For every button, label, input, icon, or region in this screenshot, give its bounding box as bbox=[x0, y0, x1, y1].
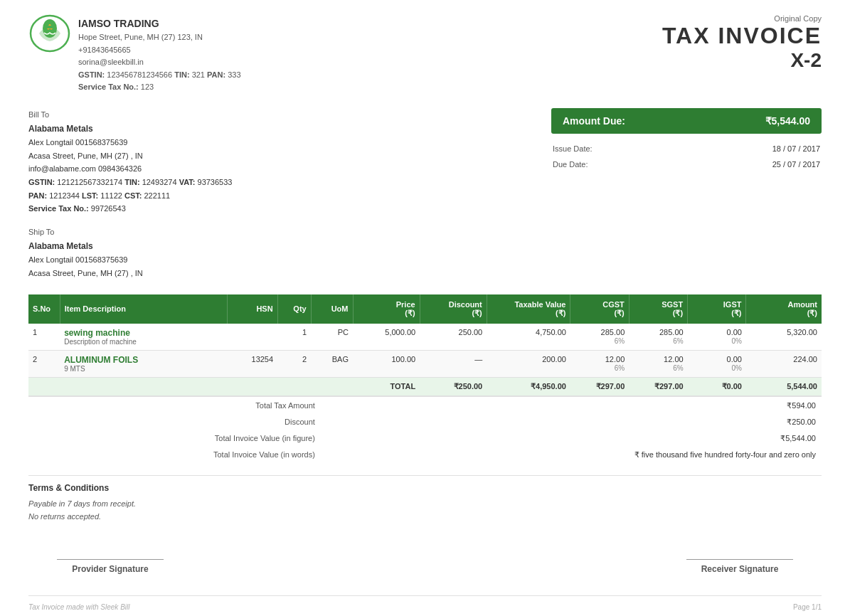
row2-qty: 2 bbox=[277, 350, 311, 377]
summary-words-row: Total Invoice Value (in words) ₹ five th… bbox=[30, 447, 820, 462]
row1-taxable: 4,750.00 bbox=[487, 324, 570, 351]
invoice-doc-type: TAX INVOICE bbox=[662, 23, 822, 49]
table-row: 1 sewing machine Description of machine … bbox=[28, 324, 822, 351]
summary-invoice-label: Total Invoice Value (in figure) bbox=[30, 431, 319, 446]
th-igst: IGST(₹) bbox=[688, 294, 746, 324]
table-body: 1 sewing machine Description of machine … bbox=[28, 324, 822, 396]
summary-words-value: ₹ five thousand five hundred forty-four … bbox=[321, 447, 820, 462]
row1-discount: 250.00 bbox=[420, 324, 487, 351]
terms-line2: No returns accepted. bbox=[28, 510, 822, 524]
terms-text: Payable in 7 days from receipt. No retur… bbox=[28, 497, 822, 524]
table-header: S.No Item Description HSN Qty UoM Price(… bbox=[28, 294, 822, 324]
row1-qty: 1 bbox=[277, 324, 311, 351]
th-sno: S.No bbox=[28, 294, 60, 324]
row2-uom: BAG bbox=[311, 350, 353, 377]
row2-sgst: 12.006% bbox=[629, 350, 687, 377]
summary-words-label: Total Invoice Value (in words) bbox=[30, 447, 319, 462]
row1-cgst: 285.006% bbox=[570, 324, 629, 351]
row2-price: 100.00 bbox=[353, 350, 420, 377]
summary-section: Total Tax Amount ₹594.00 Discount ₹250.0… bbox=[28, 396, 822, 464]
row1-item-name: sewing machine bbox=[64, 328, 223, 338]
invoice-number: X-2 bbox=[662, 49, 822, 72]
summary-tax-value: ₹594.00 bbox=[321, 398, 820, 413]
bill-to-pan: PAN: 1212344 LST: 11122 CST: 222111 bbox=[28, 189, 551, 203]
provider-signature-line bbox=[57, 559, 164, 560]
row2-amount: 224.00 bbox=[746, 350, 822, 377]
bill-to-section: Bill To Alabama Metals Alex Longtail 001… bbox=[28, 108, 551, 216]
issue-date-label: Issue Date: bbox=[553, 142, 709, 156]
total-empty2 bbox=[60, 377, 227, 395]
th-price: Price(₹) bbox=[353, 294, 420, 324]
row2-cgst: 12.006% bbox=[570, 350, 629, 377]
total-label: TOTAL bbox=[353, 377, 420, 395]
ship-to-label: Ship To bbox=[28, 225, 551, 239]
company-address: Hope Street, Pune, MH (27) 123, IN bbox=[78, 31, 241, 44]
th-amount: Amount(₹) bbox=[746, 294, 822, 324]
summary-table: Total Tax Amount ₹594.00 Discount ₹250.0… bbox=[28, 397, 822, 464]
total-row: TOTAL ₹250.00 ₹4,950.00 ₹297.00 ₹297.00 … bbox=[28, 377, 822, 395]
logo-company-area: IAMSO TRADING Hope Street, Pune, MH (27)… bbox=[28, 14, 241, 94]
footer-right: Page 1/1 bbox=[793, 603, 822, 611]
amount-due-label: Amount Due: bbox=[563, 115, 625, 127]
row2-discount: — bbox=[420, 350, 487, 377]
signatures-section: Provider Signature Receiver Signature bbox=[28, 559, 822, 574]
issue-date-row: Issue Date: 18 / 07 / 2017 bbox=[553, 142, 820, 156]
table-header-row: S.No Item Description HSN Qty UoM Price(… bbox=[28, 294, 822, 324]
company-gstin: GSTIN: 123456781234566 TIN: 321 PAN: 333 bbox=[78, 69, 241, 82]
ship-to-section: Ship To Alabama Metals Alex Longtail 001… bbox=[28, 225, 551, 280]
summary-tax-label: Total Tax Amount bbox=[30, 398, 319, 413]
receiver-signature-block: Receiver Signature bbox=[686, 559, 793, 574]
issue-date-value: 18 / 07 / 2017 bbox=[711, 142, 820, 156]
bill-to-service-tax: Service Tax No.: 99726543 bbox=[28, 202, 551, 216]
row1-hsn bbox=[228, 324, 278, 351]
terms-line1: Payable in 7 days from receipt. bbox=[28, 497, 822, 511]
amount-due-box: Amount Due: ₹5,544.00 bbox=[551, 108, 822, 134]
items-table: S.No Item Description HSN Qty UoM Price(… bbox=[28, 294, 822, 396]
bill-to-name: Alabama Metals bbox=[28, 122, 551, 136]
row1-sgst: 285.006% bbox=[629, 324, 687, 351]
th-discount: Discount(₹) bbox=[420, 294, 487, 324]
receiver-signature-label: Receiver Signature bbox=[686, 564, 793, 574]
row2-hsn: 13254 bbox=[228, 350, 278, 377]
middle-section: Bill To Alabama Metals Alex Longtail 001… bbox=[28, 108, 822, 280]
bill-to-contact: Alex Longtail 001568375639 bbox=[28, 136, 551, 149]
total-igst: ₹0.00 bbox=[688, 377, 746, 395]
due-date-label: Due Date: bbox=[553, 158, 709, 172]
row2-taxable: 200.00 bbox=[487, 350, 570, 377]
footer-section: Tax Invoice made with Sleek Bill Page 1/… bbox=[28, 595, 822, 611]
company-phone: +91843645665 bbox=[78, 44, 241, 57]
th-hsn: HSN bbox=[228, 294, 278, 324]
company-email: sorina@sleekbill.in bbox=[78, 56, 241, 69]
row1-amount: 5,320.00 bbox=[746, 324, 822, 351]
bill-to-email: info@alabame.com 0984364326 bbox=[28, 162, 551, 176]
row2-sno: 2 bbox=[28, 350, 60, 377]
bill-to-label: Bill To bbox=[28, 108, 551, 122]
summary-discount-label: Discount bbox=[30, 415, 319, 430]
header-section: IAMSO TRADING Hope Street, Pune, MH (27)… bbox=[28, 14, 822, 94]
receiver-signature-line bbox=[686, 559, 793, 560]
terms-title: Terms & Conditions bbox=[28, 483, 822, 493]
company-info: IAMSO TRADING Hope Street, Pune, MH (27)… bbox=[78, 18, 241, 94]
table-row: 2 ALUMINUM FOILS 9 MTS 13254 2 BAG 100.0… bbox=[28, 350, 822, 377]
bill-to-address: Acasa Street, Pune, MH (27) , IN bbox=[28, 149, 551, 163]
provider-signature-label: Provider Signature bbox=[57, 564, 164, 574]
copy-type: Original Copy bbox=[662, 14, 822, 23]
total-cgst: ₹297.00 bbox=[570, 377, 629, 395]
row1-igst: 0.000% bbox=[688, 324, 746, 351]
row1-uom: PC bbox=[311, 324, 353, 351]
footer-left: Tax Invoice made with Sleek Bill bbox=[28, 603, 129, 611]
th-cgst: CGST(₹) bbox=[570, 294, 629, 324]
amount-due-value: ₹5,544.00 bbox=[765, 115, 811, 127]
ship-to-contact: Alex Longtail 001568375639 bbox=[28, 253, 551, 267]
company-name: IAMSO TRADING bbox=[78, 18, 241, 29]
th-taxable: Taxable Value(₹) bbox=[487, 294, 570, 324]
provider-signature-block: Provider Signature bbox=[57, 559, 164, 574]
total-discount: ₹250.00 bbox=[420, 377, 487, 395]
total-amount: 5,544.00 bbox=[746, 377, 822, 395]
company-service-tax: Service Tax No.: 123 bbox=[78, 81, 241, 94]
row2-item: ALUMINUM FOILS 9 MTS bbox=[60, 350, 227, 377]
total-empty5 bbox=[311, 377, 353, 395]
total-empty4 bbox=[277, 377, 311, 395]
row2-item-desc: 9 MTS bbox=[64, 365, 223, 373]
dates-table: Issue Date: 18 / 07 / 2017 Due Date: 25 … bbox=[551, 141, 822, 174]
